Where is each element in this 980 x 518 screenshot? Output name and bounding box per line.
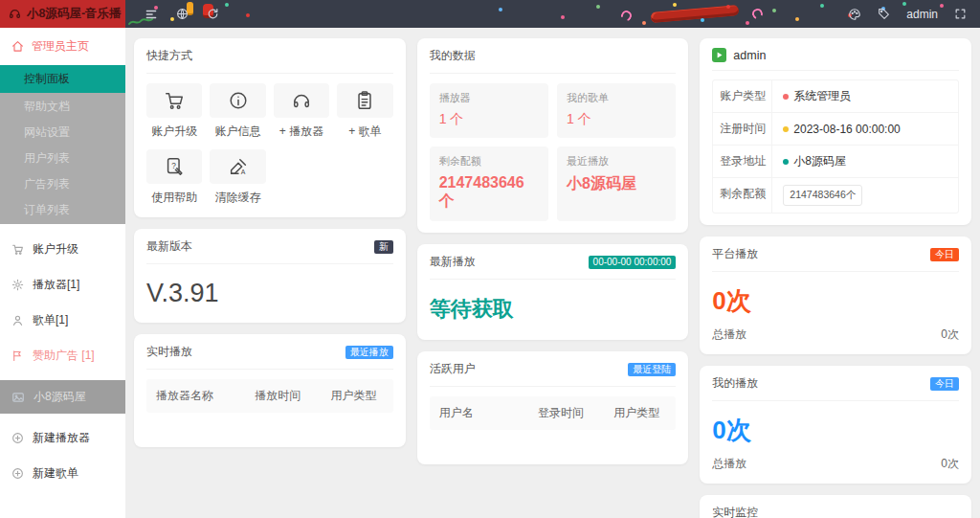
user-icon bbox=[11, 314, 24, 327]
app-root: 小8源码屋-音乐播 bbox=[0, 0, 980, 518]
stats-grid: 播放器 1 个 我的歌单 1 个 剩余配额 2147483646 个 最近播放 … bbox=[430, 83, 677, 221]
shortcuts-grid: 账户升级 账户信息 + 播放器 + 歌单 ? bbox=[146, 83, 393, 206]
sidebar-item-user-list[interactable]: 用户列表 bbox=[0, 146, 125, 171]
shortcut-account-upgrade[interactable]: 账户升级 bbox=[146, 83, 202, 140]
sidebar-item-player[interactable]: 播放器[1] bbox=[0, 267, 125, 303]
sidebar-item-new-playlist[interactable]: 新建歌单 bbox=[0, 456, 125, 491]
version-value: V.3.91 bbox=[146, 274, 393, 311]
sidebar-item-label: 播放器[1] bbox=[33, 277, 79, 293]
shortcut-account-info[interactable]: 账户信息 bbox=[210, 83, 265, 140]
account-table: 账户类型 系统管理员 注册时间 2023-08-16 00:00:00 登录地址… bbox=[712, 79, 959, 214]
sidebar-item-playlist[interactable]: 歌单[1] bbox=[0, 303, 125, 338]
table-header: 播放器名称 播放时间 用户类型 bbox=[146, 379, 393, 413]
gear-icon bbox=[11, 279, 24, 291]
sidebar-item-account-upgrade[interactable]: 账户升级 bbox=[0, 232, 125, 267]
username[interactable]: admin bbox=[906, 8, 938, 21]
column-header: 用户类型 bbox=[613, 405, 666, 421]
latest-play-card: 最新播放 00-00-00 00:00:00 等待获取 bbox=[417, 244, 689, 340]
monitor-card: 实时监控 0% CPU使用率 0% 内存占用率(0/0) bbox=[700, 495, 971, 518]
svg-text:?: ? bbox=[171, 162, 176, 170]
column-header: 用户类型 bbox=[331, 388, 384, 404]
globe-icon[interactable] bbox=[176, 8, 189, 20]
table-header: 用户名 登录时间 用户类型 bbox=[430, 396, 677, 430]
table-row: 注册时间 2023-08-16 00:00:00 bbox=[713, 113, 958, 146]
confetti-dot bbox=[820, 4, 824, 8]
table-row: 剩余配额 2147483646个 bbox=[713, 178, 958, 213]
sidebar-item-label: 控制面板 bbox=[24, 72, 70, 85]
confetti-dot bbox=[746, 21, 749, 25]
headphones-icon bbox=[291, 90, 312, 111]
avatar bbox=[712, 48, 726, 62]
table-row: 登录地址 小8源码屋 bbox=[713, 146, 958, 178]
sidebar-item-site-settings[interactable]: 网站设置 bbox=[0, 120, 125, 146]
account-username: admin bbox=[733, 49, 766, 62]
sidebar-item-sponsor-ad[interactable]: 赞助广告 [1] bbox=[0, 338, 125, 373]
topbar-right: admin bbox=[848, 8, 967, 21]
sidebar-item-ad-list[interactable]: 广告列表 bbox=[0, 171, 125, 197]
menu-toggle-icon[interactable] bbox=[145, 8, 158, 21]
sidebar-submenu: 帮助文档 网站设置 用户列表 广告列表 订单列表 bbox=[0, 93, 125, 224]
brush-icon: A bbox=[228, 156, 249, 177]
recent-login-badge[interactable]: 最近登陆 bbox=[628, 363, 676, 376]
table-row: 账户类型 系统管理员 bbox=[713, 80, 958, 113]
stat-players: 播放器 1 个 bbox=[430, 83, 548, 138]
status-dot bbox=[783, 126, 789, 132]
stat-quota: 剩余配额 2147483646 个 bbox=[430, 146, 548, 221]
account-header: admin bbox=[712, 48, 959, 71]
platform-play-card: 平台播放 今日 0次 总播放 0次 bbox=[700, 236, 971, 354]
shortcut-clear-cache[interactable]: A 清除缓存 bbox=[210, 149, 265, 206]
sidebar-item-label: 小8源码屋 bbox=[33, 389, 86, 405]
clipboard-icon bbox=[354, 90, 375, 111]
info-icon bbox=[228, 90, 249, 111]
column-left: 快捷方式 账户升级 账户信息 + 播放器 bbox=[134, 38, 406, 459]
total-play-row: 总播放 0次 bbox=[712, 326, 959, 343]
refresh-icon[interactable] bbox=[207, 8, 219, 20]
confetti-dot bbox=[701, 18, 704, 22]
app-logo[interactable]: 小8源码屋-音乐播 bbox=[0, 0, 125, 28]
sidebar-item-order-list[interactable]: 订单列表 bbox=[0, 197, 125, 223]
confetti-dot bbox=[561, 15, 565, 19]
card-title: 活跃用户 bbox=[430, 361, 476, 377]
theme-palette-icon[interactable] bbox=[848, 8, 861, 21]
confetti-dot bbox=[902, 2, 906, 6]
column-header: 播放器名称 bbox=[156, 388, 255, 404]
shortcut-add-playlist[interactable]: + 歌单 bbox=[337, 83, 392, 140]
cart-icon bbox=[11, 243, 24, 256]
sidebar-item-new-player[interactable]: 新建播放器 bbox=[0, 420, 125, 456]
cart-icon bbox=[164, 90, 185, 111]
confetti-dot bbox=[772, 9, 776, 12]
headphones-icon bbox=[9, 8, 21, 20]
help-doc-icon: ? bbox=[164, 156, 185, 177]
my-play-count: 0次 bbox=[712, 411, 959, 455]
card-title: 我的播放 bbox=[712, 375, 758, 392]
sidebar-item-label: 新建歌单 bbox=[33, 465, 78, 482]
recent-play-badge[interactable]: 最近播放 bbox=[345, 346, 393, 359]
sidebar-item-site-banner[interactable]: 小8源码屋 bbox=[0, 380, 125, 414]
card-title: 实时播放 bbox=[146, 344, 192, 360]
shortcut-add-player[interactable]: + 播放器 bbox=[274, 83, 329, 140]
status-dot bbox=[783, 94, 789, 100]
card-title: 实时监控 bbox=[712, 505, 758, 518]
sidebar-item-label: 账户升级 bbox=[33, 241, 78, 258]
my-play-card: 我的播放 今日 0次 总播放 0次 bbox=[700, 366, 971, 484]
status-dot bbox=[783, 159, 789, 165]
confetti-dot bbox=[499, 8, 502, 11]
shortcut-help[interactable]: ? 使用帮助 bbox=[146, 149, 202, 206]
sidebar-item-admin-home[interactable]: 管理员主页 bbox=[0, 28, 125, 65]
tag-icon[interactable] bbox=[878, 8, 890, 20]
sidebar-item-label: 歌单[1] bbox=[33, 312, 68, 328]
column-header: 播放时间 bbox=[255, 388, 330, 404]
ribbon-pink-decoration bbox=[619, 9, 634, 23]
fullscreen-icon[interactable] bbox=[954, 8, 967, 20]
card-title: 最新播放 bbox=[430, 254, 476, 270]
timestamp-badge: 00-00-00 00:00:00 bbox=[589, 256, 677, 269]
stat-playlists: 我的歌单 1 个 bbox=[557, 83, 676, 138]
sidebar-item-help-docs[interactable]: 帮助文档 bbox=[0, 94, 125, 120]
sidebar-item-label: 管理员主页 bbox=[32, 38, 89, 55]
home-icon bbox=[11, 40, 24, 53]
confetti-dot bbox=[225, 3, 229, 7]
ribbon-pink-decoration bbox=[750, 7, 765, 21]
svg-text:A: A bbox=[240, 169, 245, 175]
app-title: 小8源码屋-音乐播 bbox=[27, 6, 122, 22]
sidebar-item-dashboard[interactable]: 控制面板 bbox=[0, 65, 125, 93]
